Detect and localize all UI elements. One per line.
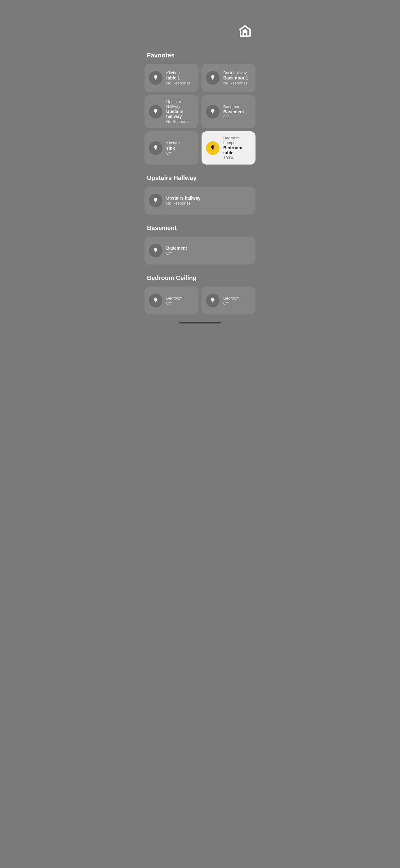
device-info-back-hallway-1: Back hallwayBack door 1No Response	[223, 70, 248, 85]
bulb-icon-upstairs-hallway-fav	[149, 105, 163, 119]
section-title-basement: Basement	[144, 224, 256, 231]
device-info-basement-fav: BasementBasementOff	[223, 104, 244, 119]
section-title-upstairs-hallway: Upstairs Hallway	[144, 175, 256, 182]
device-name-kitchen-table-1: table 1	[166, 75, 191, 81]
section-bedroom-ceiling: Bedroom Ceiling BedroomOff BedroomOff	[139, 267, 261, 317]
bulb-icon-bedroom-ceiling-1	[149, 294, 163, 307]
device-info-kitchen-table-1: Kitchentable 1No Response	[166, 70, 191, 85]
bulb-icon-kitchen-sink	[149, 141, 163, 155]
svg-rect-4	[212, 80, 213, 80]
bulb-icon-back-hallway-1	[206, 71, 220, 85]
device-info-upstairs-hallway-fav: Upstairs HallwayUpstairs hallwayNo Respo…	[166, 99, 194, 124]
svg-rect-3	[212, 79, 214, 80]
device-label-kitchen-table-1: Kitchen	[166, 70, 191, 75]
device-label-kitchen-sink: Kitchen	[166, 141, 179, 145]
device-card-basement-main[interactable]: BasementOff	[144, 237, 256, 265]
device-status-basement-main: Off	[166, 251, 187, 255]
bottom-indicator	[179, 322, 221, 323]
device-status-bedroom-ceiling-1: Off	[166, 301, 182, 306]
bulb-icon-kitchen-table-1	[149, 71, 163, 85]
bulb-icon-upstairs-hallway-main	[149, 194, 163, 207]
section-basement: Basement BasementOff	[139, 217, 261, 267]
svg-rect-2	[155, 80, 156, 80]
bulb-icon-basement-main	[149, 244, 163, 257]
bulb-icon-basement-fav	[206, 105, 220, 119]
svg-rect-18	[155, 302, 156, 302]
device-label-bedroom-table: Bedroom Lamps	[223, 136, 251, 145]
device-card-kitchen-sink[interactable]: KitchensinkOff	[144, 131, 198, 164]
svg-rect-16	[155, 252, 156, 252]
device-card-upstairs-hallway-fav[interactable]: Upstairs HallwayUpstairs hallwayNo Respo…	[144, 95, 198, 128]
device-card-bedroom-ceiling-1[interactable]: BedroomOff	[144, 286, 198, 314]
device-info-bedroom-table: Bedroom LampsBedroom table100%	[223, 136, 251, 160]
bulb-icon-bedroom-table	[206, 141, 220, 155]
device-name-upstairs-hallway-fav: Upstairs hallway	[166, 109, 194, 119]
svg-rect-20	[212, 302, 213, 302]
device-status-back-hallway-1: No Response	[223, 81, 248, 85]
svg-rect-12	[212, 150, 213, 150]
device-info-kitchen-sink: KitchensinkOff	[166, 141, 179, 156]
status-bar	[139, 0, 261, 16]
device-info-upstairs-hallway-main: Upstairs hallwayNo Response	[166, 195, 201, 206]
section-title-bedroom-ceiling: Bedroom Ceiling	[144, 274, 256, 282]
device-card-bedroom-ceiling-2[interactable]: BedroomOff	[202, 286, 256, 314]
device-status-kitchen-table-1: No Response	[166, 81, 191, 85]
device-name-bedroom-table: Bedroom table	[223, 145, 251, 155]
section-favorites: Favorites Kitchentable 1No Response Back…	[139, 44, 261, 167]
svg-rect-9	[155, 149, 157, 149]
device-label-upstairs-hallway-fav: Upstairs Hallway	[166, 99, 194, 108]
device-label-back-hallway-1: Back hallway	[223, 70, 248, 75]
svg-rect-14	[155, 202, 156, 203]
device-info-bedroom-ceiling-1: BedroomOff	[166, 296, 182, 306]
device-card-basement-fav[interactable]: BasementBasementOff	[202, 95, 256, 128]
svg-rect-6	[155, 113, 156, 114]
svg-rect-7	[212, 113, 214, 113]
device-name-basement-fav: Basement	[223, 109, 244, 114]
device-label-bedroom-ceiling-2: Bedroom	[223, 296, 240, 301]
section-upstairs-hallway: Upstairs Hallway Upstairs hallwayNo Resp…	[139, 167, 261, 217]
device-label-basement-fav: Basement	[223, 104, 244, 109]
device-name-upstairs-hallway-main: Upstairs hallway	[166, 195, 201, 200]
svg-rect-15	[155, 252, 157, 252]
section-title-favorites: Favorites	[144, 52, 256, 59]
device-card-kitchen-table-1[interactable]: Kitchentable 1No Response	[144, 64, 198, 92]
svg-rect-8	[212, 113, 213, 114]
svg-point-0	[244, 30, 246, 32]
device-card-back-hallway-1[interactable]: Back hallwayBack door 1No Response	[202, 64, 256, 92]
svg-rect-11	[212, 149, 214, 149]
svg-rect-1	[155, 79, 157, 80]
device-status-bedroom-ceiling-2: Off	[223, 301, 240, 306]
device-status-kitchen-sink: Off	[166, 151, 179, 156]
home-icon[interactable]	[237, 23, 253, 39]
header	[139, 16, 261, 44]
device-info-basement-main: BasementOff	[166, 246, 187, 255]
device-status-bedroom-table: 100%	[223, 156, 251, 160]
device-status-upstairs-hallway-main: No Response	[166, 201, 201, 206]
device-name-kitchen-sink: sink	[166, 146, 179, 151]
device-status-basement-fav: Off	[223, 115, 244, 119]
device-card-upstairs-hallway-main[interactable]: Upstairs hallwayNo Response	[144, 187, 256, 215]
device-label-bedroom-ceiling-1: Bedroom	[166, 296, 182, 301]
device-name-basement-main: Basement	[166, 246, 187, 251]
device-info-bedroom-ceiling-2: BedroomOff	[223, 296, 240, 306]
device-card-bedroom-table[interactable]: Bedroom LampsBedroom table100%	[202, 131, 256, 164]
device-status-upstairs-hallway-fav: No Response	[166, 119, 194, 124]
svg-rect-5	[155, 113, 157, 113]
svg-rect-10	[155, 150, 156, 150]
device-name-back-hallway-1: Back door 1	[223, 75, 248, 81]
svg-rect-13	[155, 202, 157, 202]
bulb-icon-bedroom-ceiling-2	[206, 294, 220, 307]
